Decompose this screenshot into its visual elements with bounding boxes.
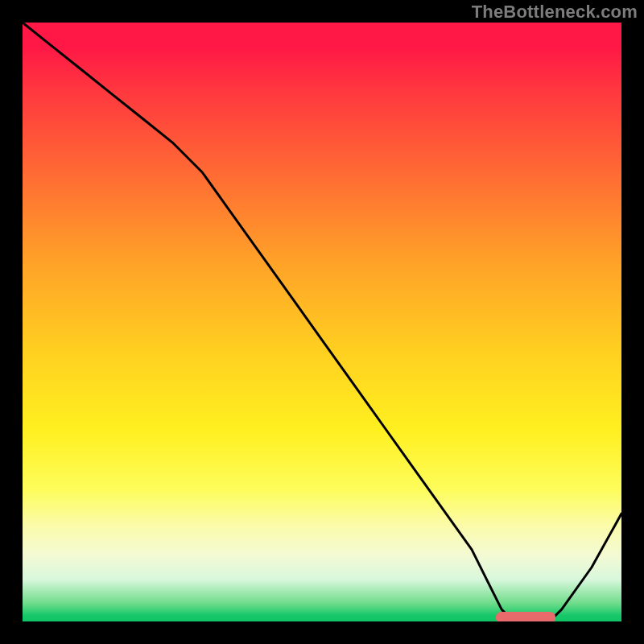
plot-area [23,23,621,621]
optimal-range-marker [496,612,555,621]
chart-container: TheBottleneck.com [0,0,644,644]
chart-svg [23,23,621,621]
watermark-text: TheBottleneck.com [472,2,638,23]
bottleneck-curve [23,23,621,621]
